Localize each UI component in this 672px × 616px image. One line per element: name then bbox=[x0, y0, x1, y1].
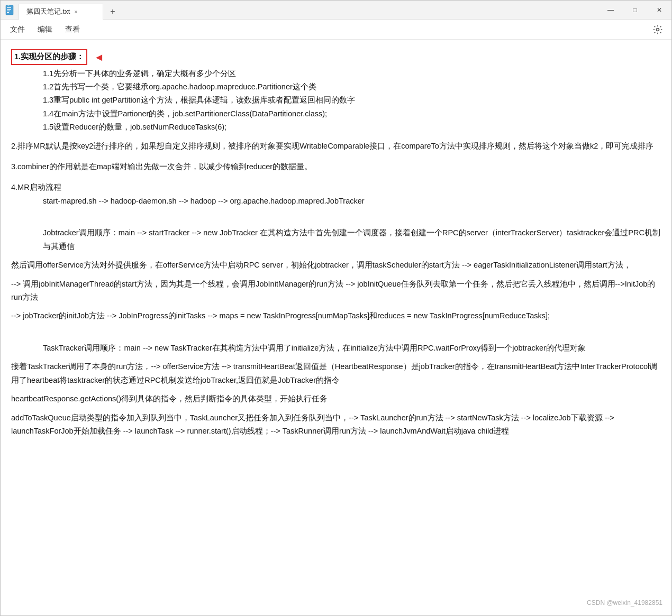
window-controls: — □ ✕ bbox=[598, 1, 671, 20]
text-content[interactable]: 1.实现分区的步骤： ◄ 1.1先分析一下具体的业务逻辑，确定大概有多少个分区 … bbox=[1, 40, 671, 615]
section4-p7-text: heartbeatResponse.getActions()得到具体的指令，然后… bbox=[11, 394, 328, 403]
tab-title: 第四天笔记.txt bbox=[26, 7, 70, 16]
section4-p4-text: --> jobTracker的initJob方法 --> JobInProgre… bbox=[11, 311, 550, 320]
menu-file[interactable]: 文件 bbox=[5, 22, 30, 38]
new-tab-button[interactable]: + bbox=[105, 4, 120, 19]
menu-bar: 文件 编辑 查看 bbox=[1, 20, 671, 40]
menu-view[interactable]: 查看 bbox=[60, 22, 85, 38]
section3-text: 3.combiner的作用就是在map端对输出先做一次合并，以减少传输到redu… bbox=[11, 162, 312, 171]
svg-point-6 bbox=[657, 28, 659, 31]
svg-rect-0 bbox=[6, 5, 13, 15]
section4-p1-text: Jobtracker调用顺序：main --> startTracker -->… bbox=[11, 242, 661, 251]
maximize-button[interactable]: □ bbox=[623, 1, 647, 20]
section4-cmd: start-mapred.sh --> hadoop-daemon.sh -->… bbox=[43, 195, 661, 208]
svg-rect-1 bbox=[7, 7, 11, 8]
section1-item-4: 1.4在main方法中设置Partioner的类，job.setPartitio… bbox=[43, 107, 661, 121]
section4-p5-text: TaskTracker调用顺序：main --> new TaskTracker… bbox=[43, 342, 586, 355]
section-4-p6: 接着TaskTracker调用了本身的run方法，--> offerServic… bbox=[11, 360, 661, 387]
section4-p8-text: addToTaskQueue启动类型的指令加入到队列当中，TaskLaunche… bbox=[11, 413, 614, 435]
section4-p6-text: 接着TaskTracker调用了本身的run方法，--> offerServic… bbox=[11, 362, 657, 384]
minimize-button[interactable]: — bbox=[598, 1, 623, 20]
section4-p3-text: --> 调用jobInitManagerThread的start方法，因为其是一… bbox=[11, 280, 655, 301]
svg-rect-2 bbox=[7, 9, 11, 10]
svg-rect-3 bbox=[7, 11, 10, 11]
svg-rect-5 bbox=[7, 5, 10, 6]
close-button[interactable]: ✕ bbox=[647, 1, 671, 20]
section-1: 1.实现分区的步骤： ◄ 1.1先分析一下具体的业务逻辑，确定大概有多少个分区 … bbox=[11, 48, 661, 134]
section-4-p2: 然后调用offerService方法对外提供服务，在offerService方法… bbox=[11, 259, 661, 272]
section4-p2-text: 然后调用offerService方法对外提供服务，在offerService方法… bbox=[11, 261, 631, 269]
section1-item-5: 1.5设置Reducer的数量，job.setNumReduceTasks(6)… bbox=[43, 121, 661, 134]
section1-item-1: 1.1先分析一下具体的业务逻辑，确定大概有多少个分区 bbox=[43, 67, 661, 80]
section-4-p5: TaskTracker调用顺序：main --> new TaskTracker… bbox=[11, 342, 661, 355]
menu-edit[interactable]: 编辑 bbox=[32, 22, 58, 38]
section-4-p7: heartbeatResponse.getActions()得到具体的指令，然后… bbox=[11, 392, 661, 406]
settings-button[interactable] bbox=[648, 20, 667, 39]
title-bar: 第四天笔记.txt × + — □ ✕ bbox=[1, 1, 671, 20]
section1-title-box: 1.实现分区的步骤： bbox=[11, 49, 87, 65]
app-icon bbox=[5, 5, 15, 15]
section-4-p1: Jobtracker调用顺序：main --> startTracker -->… bbox=[11, 226, 661, 253]
section-4-p3: --> 调用jobInitManagerThread的start方法，因为其是一… bbox=[11, 278, 661, 305]
section1-item-2: 1.2首先书写一个类，它要继承org.apache.hadoop.mapredu… bbox=[43, 80, 661, 94]
section-4: 4.MR启动流程 start-mapred.sh --> hadoop-daem… bbox=[11, 181, 661, 208]
section-4-p8: addToTaskQueue启动类型的指令加入到队列当中，TaskLaunche… bbox=[11, 411, 661, 438]
section1-item-3: 1.3重写public int getPartition这个方法，根据具体逻辑，… bbox=[43, 94, 661, 107]
section-3: 3.combiner的作用就是在map端对输出先做一次合并，以减少传输到redu… bbox=[11, 160, 661, 173]
active-tab[interactable]: 第四天笔记.txt × bbox=[19, 4, 103, 20]
section2-text: 2.排序MR默认是按key2进行排序的，如果想自定义排序规则，被排序的对象要实现… bbox=[11, 142, 653, 150]
watermark: CSDN @weixin_41982851 bbox=[587, 599, 662, 606]
section1-title: 1.实现分区的步骤： ◄ bbox=[11, 52, 104, 61]
main-window: 第四天笔记.txt × + — □ ✕ 文件 编辑 查看 1.实现分区的步骤： bbox=[0, 0, 672, 616]
tab-close-button[interactable]: × bbox=[74, 8, 77, 15]
section-4-p4: --> jobTracker的initJob方法 --> JobInProgre… bbox=[11, 309, 661, 323]
section-2: 2.排序MR默认是按key2进行排序的，如果想自定义排序规则，被排序的对象要实现… bbox=[11, 140, 661, 153]
svg-rect-4 bbox=[7, 12, 9, 13]
section4-title: 4.MR启动流程 bbox=[11, 183, 61, 191]
arrow-icon: ◄ bbox=[94, 48, 104, 67]
